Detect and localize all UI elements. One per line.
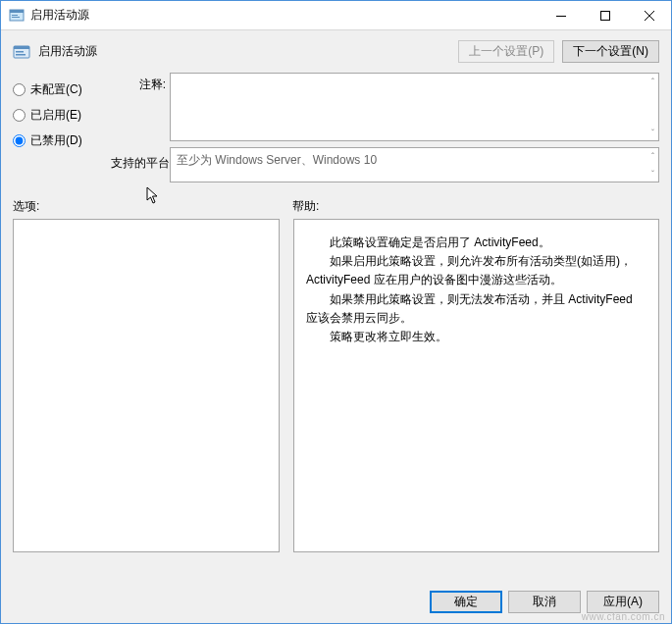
comment-label: 注释: — [111, 77, 170, 98]
svg-rect-2 — [12, 15, 18, 16]
help-text-line: 此策略设置确定是否启用了 ActivityFeed。 — [306, 234, 646, 252]
window-title: 启用活动源 — [30, 7, 539, 24]
radio-enabled-input[interactable] — [13, 109, 26, 122]
minimize-button[interactable] — [539, 1, 583, 29]
svg-rect-9 — [14, 46, 29, 49]
radio-disabled[interactable]: 已禁用(D) — [13, 128, 111, 153]
scroll-up-icon: ˆ — [651, 77, 654, 86]
ok-button[interactable]: 确定 — [430, 591, 502, 613]
cancel-button[interactable]: 取消 — [508, 591, 581, 613]
help-text-line: 如果禁用此策略设置，则无法发布活动，并且 ActivityFeed 应该会禁用云… — [306, 290, 646, 328]
svg-rect-1 — [10, 10, 24, 13]
apply-button[interactable]: 应用(A) — [587, 591, 659, 613]
state-radio-group: 未配置(C) 已启用(E) 已禁用(D) — [13, 71, 111, 153]
scroll-down-icon: ˇ — [651, 169, 654, 179]
comment-textarea[interactable]: ˆ ˇ — [170, 73, 659, 141]
supported-platform-value: 至少为 Windows Server、Windows 10 — [177, 153, 377, 167]
supported-platform-box: 至少为 Windows Server、Windows 10 ˆ ˇ — [170, 147, 659, 182]
help-pane: 此策略设置确定是否启用了 ActivityFeed。 如果启用此策略设置，则允许… — [293, 219, 659, 552]
svg-rect-11 — [16, 54, 26, 56]
next-setting-button[interactable]: 下一个设置(N) — [562, 40, 659, 63]
options-section-label: 选项: — [13, 198, 292, 215]
radio-enabled[interactable]: 已启用(E) — [13, 102, 111, 128]
scroll-down-icon: ˇ — [651, 128, 654, 137]
radio-not-configured-label: 未配置(C) — [30, 81, 82, 98]
help-section-label: 帮助: — [292, 198, 319, 215]
svg-rect-4 — [556, 16, 566, 17]
radio-disabled-input[interactable] — [13, 134, 26, 147]
policy-icon — [13, 43, 30, 61]
previous-setting-button[interactable]: 上一个设置(P) — [458, 40, 554, 63]
maximize-button[interactable] — [583, 1, 627, 29]
policy-window-icon — [9, 8, 25, 24]
supported-platform-label: 支持的平台: — [111, 155, 170, 177]
options-pane — [13, 219, 280, 552]
titlebar: 启用活动源 — [1, 1, 671, 30]
radio-not-configured-input[interactable] — [13, 83, 26, 96]
svg-rect-5 — [600, 11, 609, 20]
close-button[interactable] — [627, 1, 671, 29]
radio-disabled-label: 已禁用(D) — [30, 132, 82, 149]
radio-enabled-label: 已启用(E) — [30, 107, 81, 124]
svg-rect-10 — [16, 51, 24, 53]
help-text-line: 策略更改将立即生效。 — [306, 328, 646, 346]
policy-name: 启用活动源 — [38, 43, 97, 60]
scroll-up-icon: ˆ — [651, 151, 654, 161]
svg-rect-3 — [12, 17, 20, 18]
help-text-line: 如果启用此策略设置，则允许发布所有活动类型(如适用)，ActivityFeed … — [306, 252, 646, 289]
radio-not-configured[interactable]: 未配置(C) — [13, 77, 111, 102]
